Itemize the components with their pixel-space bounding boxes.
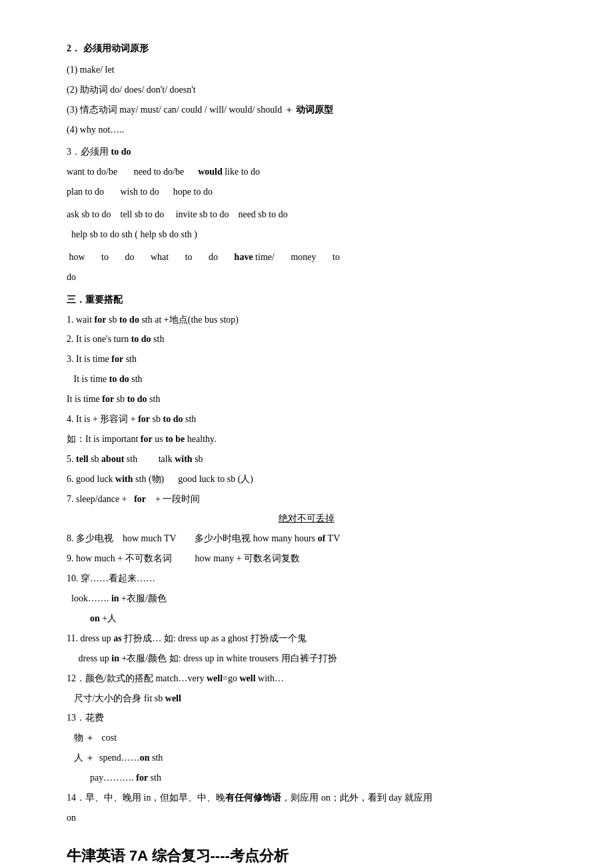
num9-row: 9. how much + 不可数名词 how many + 可数名词复数 [67,550,546,567]
num7-underline: 绝对不可丢掉 [67,510,546,527]
section3-title: 3．必须用 to do [67,143,546,161]
ask-row: ask sb to do tell sb to do invite sb to … [67,206,546,223]
num13c-row: pay………. for sth [67,769,546,787]
num13b-row: 人 ＋ spend……on sth [67,749,546,767]
num10-row: 10. 穿……看起来…… [67,570,546,587]
num14-row: 14．早、中、晚用 in，但如早、中、晚有任何修饰语，则应用 on；此外，看到 … [67,789,546,807]
num11b-row: dress up in +衣服/颜色 如: dress up in white … [67,650,546,667]
num13-row: 13．花费 [67,709,546,727]
how-row-do: do [67,269,546,286]
num7-row: 7. sleep/dance + for + 一段时间 [67,491,546,508]
num11a-row: 11. dress up as 打扮成… 如: dress up as a gh… [67,630,546,647]
row1: want to do/be need to do/be would like t… [67,163,546,181]
section-2: 2． 必须用动词原形 (1) make/ let (2) 助动词 do/ doe… [67,40,546,138]
num2-row: 2. It is one's turn to do sth [67,331,546,348]
num13a-row: 物 ＋ cost [67,729,546,747]
item1: (1) make/ let [67,61,546,79]
section-ask: ask sb to do tell sb to do invite sb to … [67,206,546,243]
item2: (2) 助动词 do/ does/ don't/ doesn't [67,81,546,99]
big-title: 牛津英语 7A 综合复习----考点分析 [67,843,546,868]
section2-title: 2． 必须用动词原形 [67,40,546,57]
num14b-row: on [67,809,546,827]
san-title: 三．重要搭配 [67,291,546,309]
num8-row: 8. 多少电视 how much TV 多少小时电视 how many hour… [67,530,546,547]
section-3: 3．必须用 to do want to do/be need to do/be … [67,143,546,201]
help-row: help sb to do sth ( help sb do sth ) [67,226,546,243]
dongci-yuanxing: 动词原型 [296,105,333,115]
num3b-row: It is time to do sth [67,371,546,388]
num10b-row: look……. in +衣服/颜色 [67,590,546,607]
num3a-row: 3. It is time for sth [67,351,546,368]
num3c-row: It is time for sb to do sth [67,391,546,408]
to-do-label: to do [111,147,131,157]
big-title-section: 牛津英语 7A 综合复习----考点分析 [67,843,546,868]
num5-row: 5. tell sb about sth talk with sb [67,451,546,468]
item3: (3) 情态动词 may/ must/ can/ could / will/ w… [67,101,546,119]
num4-ex-row: 如：It is important for us to be healthy. [67,431,546,448]
how-row: how to do what to do have time/ money to [67,249,546,266]
section-how: how to do what to do have time/ money to… [67,249,546,286]
num12a-row: 12．颜色/款式的搭配 match…very well=go well with… [67,670,546,687]
main-content: 2． 必须用动词原形 (1) make/ let (2) 助动词 do/ doe… [67,40,546,868]
item4: (4) why not….. [67,121,546,139]
jueduibuke: 绝对不可丢掉 [279,513,334,523]
section-san: 三．重要搭配 1. wait for sb to do sth at +地点(t… [67,291,546,827]
row2: plan to do wish to do hope to do [67,183,546,201]
num4-row: 4. It is + 形容词 + for sb to do sth [67,411,546,428]
num12b-row: 尺寸/大小的合身 fit sb well [67,690,546,707]
num10c-row: on +人 [67,610,546,627]
num6-row: 6. good luck with sth (物) good luck to s… [67,471,546,488]
num1-row: 1. wait for sb to do sth at +地点(the bus … [67,311,546,329]
